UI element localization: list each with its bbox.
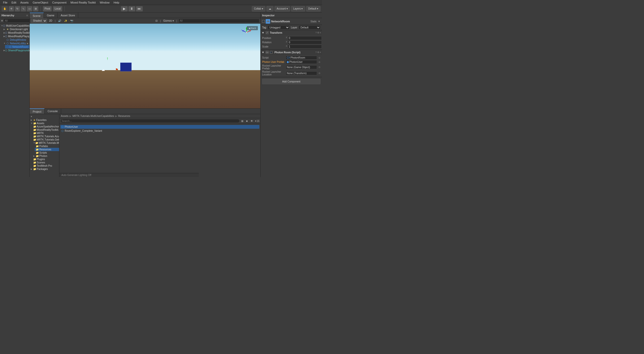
scene-search[interactable] — [179, 19, 259, 23]
rocket-prefab-target-icon[interactable]: ⊙ — [318, 66, 320, 68]
scene-camera-icon[interactable]: 📷 — [69, 19, 74, 23]
menu-assets[interactable]: Assets — [18, 0, 31, 5]
obj-icon: 🎮 — [266, 19, 270, 24]
proj-scenes[interactable]: 📁 Scenes — [32, 161, 59, 164]
user-prefab-target-icon[interactable]: ⊙ — [318, 61, 320, 63]
collab-button[interactable]: Collab ▾ — [252, 6, 265, 12]
pause-button[interactable]: ⏸ — [128, 6, 135, 12]
user-prefab-field[interactable]: PhotonUser — [286, 60, 317, 64]
step-button[interactable]: ⏭ — [136, 6, 143, 12]
project-add-button[interactable]: + — [30, 115, 59, 118]
menu-help[interactable]: Help — [112, 0, 122, 5]
pivot-button[interactable]: Pivot — [43, 6, 52, 12]
proj-mrtk-getting[interactable]: 📁 MRTK.Tutorials.GettingStarted — [32, 138, 59, 141]
add-component-button[interactable]: Add Component — [262, 79, 320, 84]
photon-settings-btn[interactable]: ⚙ — [317, 51, 319, 54]
play-button[interactable]: ▶ — [121, 6, 128, 12]
hierarchy-item-networkroom[interactable]: ⬡ NetworkRoom — [5, 45, 29, 49]
asset-photonuser[interactable]: ⬡ PhotonUser — [60, 125, 259, 129]
layers-button[interactable]: Layers ▾ — [291, 6, 305, 12]
scale-tool[interactable]: ⤡ — [21, 6, 26, 12]
audio-icon[interactable]: 🔊 — [57, 19, 62, 23]
multi-tool[interactable]: ⊞ — [33, 6, 38, 12]
hierarchy-item-dirlight[interactable]: ▶ ☀ Directional Light — [3, 27, 29, 31]
rocket-prefab-field[interactable]: None (Game Object) — [286, 65, 317, 69]
menu-window[interactable]: Window — [98, 0, 111, 5]
hierarchy-menu-icon[interactable]: ≡ — [26, 14, 28, 17]
hierarchy-item-shared[interactable]: ▶ ⬡ SharedPlayground ▶ — [3, 49, 29, 52]
packages-root-item[interactable]: ▶ 📁 Packages — [30, 167, 59, 171]
obj-enabled-checkbox[interactable] — [262, 20, 265, 23]
2d-button[interactable]: 2D — [48, 19, 53, 23]
hierarchy-item-playspace[interactable]: ▶ ⬡ MixedRealityPlayspace — [3, 34, 29, 38]
proj-photon[interactable]: ▶ 📁 Photon — [32, 154, 59, 158]
rect-tool[interactable]: ▭ — [27, 6, 32, 12]
photon-enabled-checkbox[interactable] — [270, 51, 272, 54]
hierarchy-item-networklob[interactable]: ▼ ⬡ NetworkLobby ▶ — [3, 41, 29, 45]
proj-mrtk-azure[interactable]: 📁 MRTK.Tutorials.AzureSpatialAnchors — [32, 135, 59, 138]
transform-menu-btn[interactable]: ≡ — [320, 31, 321, 34]
scene-back-button[interactable]: ◀ Back — [247, 26, 258, 30]
tab-game[interactable]: Game — [44, 13, 58, 18]
assets-root-item[interactable]: ▼ 📁 Assets — [30, 122, 59, 125]
tab-scene[interactable]: Scene — [30, 13, 44, 18]
move-tool[interactable]: ✛ — [9, 6, 14, 12]
favorites-item[interactable]: ▶ ★ Favorites — [30, 118, 59, 122]
menu-mrtk[interactable]: Mixed Reality Toolkit — [68, 0, 98, 5]
menu-file[interactable]: File — [1, 0, 10, 5]
proj-azure[interactable]: 📁 AzureSpatialAnchors.SDK — [32, 125, 59, 128]
photon-menu-btn[interactable]: ≡ — [320, 51, 321, 54]
transform-help-btn[interactable]: ? — [315, 31, 317, 34]
proj-mrtk[interactable]: 📁 MRTK — [32, 131, 59, 135]
hierarchy-search[interactable] — [4, 19, 30, 23]
hierarchy-item-debug[interactable]: ⬡ DebugWindow — [3, 38, 29, 41]
layout-button[interactable]: Default ▾ — [306, 6, 320, 12]
fullscreen-icon[interactable]: ⊡ — [154, 19, 158, 23]
asset-roverexplorer[interactable]: ⬡ RoverExplorer_Complete_Variant — [60, 129, 259, 133]
scale-x[interactable] — [288, 45, 322, 49]
cloud-button[interactable]: ☁ — [266, 6, 273, 12]
proj-textmesh[interactable]: 📁 TextMesh Pro — [32, 164, 59, 167]
proj-resources[interactable]: 📁 Resources — [35, 148, 59, 151]
asset-eye-icon[interactable]: 👁 — [250, 119, 254, 123]
hierarchy-item-multiuser[interactable]: ▼ ⬡ MultiUserCapabilities* — [0, 24, 29, 27]
asset-filter-icon[interactable]: ⊞ — [240, 119, 244, 123]
obj-name: NetworkRoom — [271, 20, 309, 23]
script-field[interactable]: C# PhotonRoom — [286, 56, 317, 60]
tab-asset-store[interactable]: Asset Store — [58, 13, 78, 18]
static-dropdown-icon[interactable]: ▼ — [318, 20, 320, 23]
rot-x[interactable] — [288, 40, 322, 44]
transform-settings-btn[interactable]: ⚙ — [317, 31, 319, 34]
asset-star-icon[interactable]: ★ — [245, 119, 249, 123]
rocket-loc-field[interactable]: None (Transform) — [286, 71, 317, 75]
tab-project[interactable]: Project — [30, 108, 45, 114]
photon-help-btn[interactable]: ? — [315, 51, 317, 54]
menu-component[interactable]: Component — [50, 0, 68, 5]
rocket-loc-target-icon[interactable]: ⊙ — [318, 72, 320, 74]
script-target-icon[interactable]: ⊙ — [318, 57, 320, 59]
fx-button[interactable]: ✨ — [63, 19, 68, 23]
menu-gameobject[interactable]: GameObject — [31, 0, 50, 5]
rotate-tool[interactable]: ↻ — [15, 6, 20, 12]
pos-x[interactable] — [288, 36, 322, 40]
hierarchy-item-mrtk[interactable]: ▶ ⬡ MixedRealityToolkit — [3, 31, 29, 34]
proj-mrtk-multi[interactable]: ▼ 📁 MRTK.Tutorials.MultiUserCapabilities — [32, 141, 59, 145]
tag-dropdown[interactable]: Untagged — [268, 25, 289, 29]
asset-search[interactable] — [60, 119, 240, 123]
hand-tool[interactable]: ✋ — [2, 6, 8, 12]
proj-mrtk-gen[interactable]: 📁 MixedRealityToolkit.Generated — [32, 128, 59, 131]
gizmos-button[interactable]: Gizmos ▾ — [162, 19, 175, 23]
menu-edit[interactable]: Edit — [10, 0, 18, 5]
hierarchy-add-icon[interactable]: + — [1, 19, 3, 23]
transform-header[interactable]: ▼ ⤢ Transform ? ⚙ ≡ — [261, 30, 322, 35]
proj-prefabs[interactable]: 📁 Prefabs — [35, 145, 59, 148]
photon-room-header[interactable]: ▼ C# Photon Room (Script) ? ⚙ ≡ — [261, 50, 322, 55]
proj-plugins[interactable]: 📁 Plugins — [32, 158, 59, 161]
layer-dropdown[interactable]: Default — [299, 25, 320, 29]
transform-arrow: ▼ — [262, 31, 264, 34]
proj-scripts[interactable]: 📁 Scripts — [35, 151, 59, 154]
local-button[interactable]: Local — [53, 6, 62, 12]
tab-console[interactable]: Console — [45, 108, 61, 114]
account-button[interactable]: Account ▾ — [274, 6, 290, 12]
shading-dropdown[interactable]: Shaded — [31, 19, 47, 23]
